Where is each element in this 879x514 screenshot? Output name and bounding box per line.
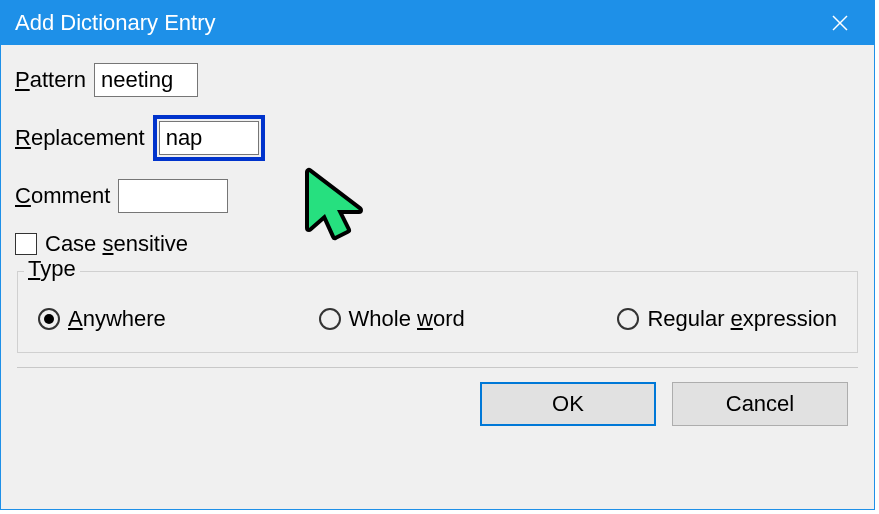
window-title: Add Dictionary Entry bbox=[15, 10, 216, 36]
radio-wholeword-label: Whole word bbox=[349, 306, 465, 332]
radio-wholeword[interactable]: Whole word bbox=[319, 306, 465, 332]
radio-anywhere-circle bbox=[38, 308, 60, 330]
radio-regex-label: Regular expression bbox=[647, 306, 837, 332]
button-row: OK Cancel bbox=[15, 382, 860, 426]
case-sensitive-checkbox[interactable] bbox=[15, 233, 37, 255]
type-legend: Type bbox=[24, 256, 80, 282]
close-icon bbox=[831, 14, 849, 32]
cancel-button-label: Cancel bbox=[726, 391, 794, 417]
radio-regex-circle bbox=[617, 308, 639, 330]
comment-row: Comment bbox=[15, 179, 860, 213]
separator bbox=[17, 367, 858, 368]
dialog-window: Add Dictionary Entry Pattern Replacement… bbox=[0, 0, 875, 510]
radio-anywhere-dot bbox=[44, 314, 54, 324]
pattern-label: Pattern bbox=[15, 67, 86, 93]
comment-input[interactable] bbox=[118, 179, 228, 213]
comment-label: Comment bbox=[15, 183, 110, 209]
cancel-button[interactable]: Cancel bbox=[672, 382, 848, 426]
replacement-input[interactable] bbox=[159, 121, 259, 155]
ok-button[interactable]: OK bbox=[480, 382, 656, 426]
radio-anywhere[interactable]: Anywhere bbox=[38, 306, 166, 332]
title-bar: Add Dictionary Entry bbox=[1, 1, 874, 45]
replacement-highlight bbox=[153, 115, 265, 161]
replacement-label: Replacement bbox=[15, 125, 145, 151]
pattern-row: Pattern bbox=[15, 63, 860, 97]
type-radios: Anywhere Whole word Regular expression bbox=[36, 306, 839, 332]
close-button[interactable] bbox=[820, 3, 860, 43]
ok-button-label: OK bbox=[552, 391, 584, 417]
replacement-row: Replacement bbox=[15, 115, 860, 161]
case-sensitive-row[interactable]: Case sensitive bbox=[15, 231, 860, 257]
dialog-content: Pattern Replacement Comment Case sensiti… bbox=[1, 45, 874, 426]
radio-wholeword-circle bbox=[319, 308, 341, 330]
type-fieldset: Type Anywhere Whole word Regular express… bbox=[17, 271, 858, 353]
radio-anywhere-label: Anywhere bbox=[68, 306, 166, 332]
pattern-input[interactable] bbox=[94, 63, 198, 97]
radio-regex[interactable]: Regular expression bbox=[617, 306, 837, 332]
case-sensitive-label: Case sensitive bbox=[45, 231, 188, 257]
